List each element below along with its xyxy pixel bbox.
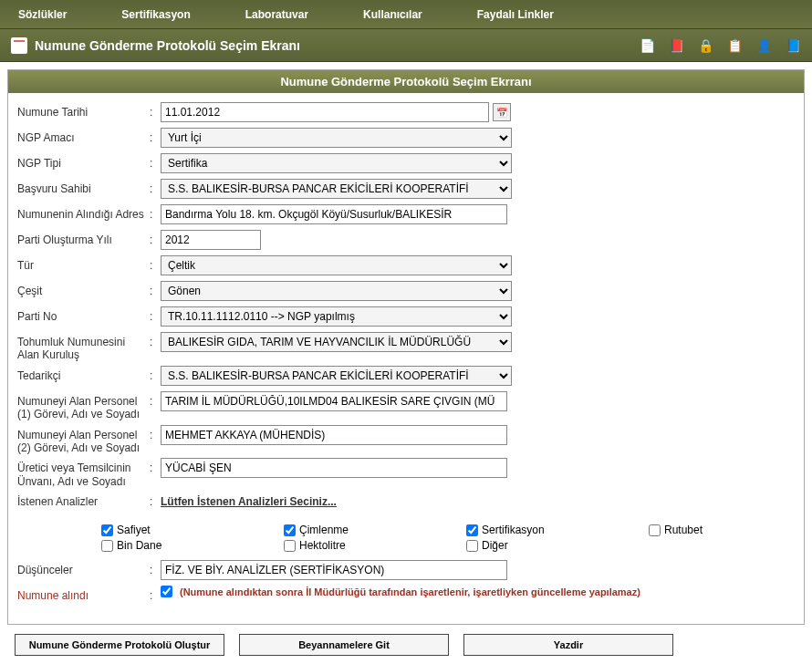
olustur-button[interactable]: Numune Gönderme Protokolü Oluştur bbox=[15, 634, 224, 656]
ngp-tipi-label: NGP Tipi bbox=[17, 153, 150, 170]
parti-no-select[interactable]: TR.10.11.1112.0110 --> NGP yapılmış bbox=[161, 306, 512, 327]
tohumluk-select[interactable]: BALIKESİR GIDA, TARIM VE HAYVANCILIK İL … bbox=[161, 332, 512, 352]
cesit-label: Çeşit bbox=[17, 281, 150, 297]
beyannamelere-button[interactable]: Beyannamelere Git bbox=[239, 634, 449, 656]
ngp-amaci-select[interactable]: Yurt İçi bbox=[161, 128, 512, 148]
numune-tarihi-label: Numune Tarihi bbox=[17, 102, 150, 119]
adres-input[interactable] bbox=[161, 204, 507, 224]
check-hektolitre[interactable]: Hektolitre bbox=[284, 539, 466, 552]
sertifikasyon-checkbox[interactable] bbox=[466, 524, 478, 536]
toolbar-icon-3[interactable]: 🔒 bbox=[697, 37, 713, 54]
parti-yili-label: Parti Oluşturma Yılı bbox=[17, 230, 150, 246]
check-cimlenme[interactable]: Çimlenme bbox=[284, 524, 466, 536]
toolbar-icon-4[interactable]: 📋 bbox=[726, 37, 743, 54]
check-sertifikasyon[interactable]: Sertifikasyon bbox=[466, 524, 649, 536]
adres-label: Numunenin Alındığı Adres bbox=[17, 204, 150, 221]
hektolitre-checkbox[interactable] bbox=[284, 540, 296, 552]
page-title: Numune Gönderme Protokolü Seçim Ekranı bbox=[35, 38, 300, 53]
bin-dane-checkbox[interactable] bbox=[101, 540, 113, 552]
istenen-analizler-link[interactable]: Lütfen İstenen Analizleri Seciniz... bbox=[161, 492, 337, 508]
header-toolbar: 📄 📕 🔒 📋 👤 📘 bbox=[639, 37, 801, 54]
personel1-input[interactable] bbox=[161, 391, 507, 411]
tedarikci-select[interactable]: S.S. BALIKESİR-BURSA PANCAR EKİCİLERİ KO… bbox=[161, 366, 512, 386]
numune-tarihi-input[interactable] bbox=[161, 102, 489, 122]
cimlenme-checkbox[interactable] bbox=[284, 524, 296, 536]
numune-alindi-checkbox[interactable] bbox=[161, 586, 172, 597]
nav-faydali-linkler[interactable]: Faydalı Linkler bbox=[477, 8, 554, 21]
diger-checkbox[interactable] bbox=[466, 540, 478, 552]
dusunceler-label: Düşünceler bbox=[17, 560, 150, 576]
dusunceler-input[interactable] bbox=[161, 560, 507, 580]
button-bar: Numune Gönderme Protokolü Oluştur Beyann… bbox=[7, 625, 805, 663]
toolbar-icon-5[interactable]: 👤 bbox=[755, 37, 772, 54]
tedarikci-label: Tedarikçi bbox=[17, 366, 150, 382]
basvuru-sahibi-select[interactable]: S.S. BALIKESİR-BURSA PANCAR EKİCİLERİ KO… bbox=[161, 179, 512, 199]
numune-alindi-label: Numune alındı bbox=[17, 586, 150, 602]
parti-yili-input[interactable] bbox=[161, 230, 261, 250]
uretici-label: Üretici veya Temsilcinin Ünvanı, Adı ve … bbox=[17, 458, 150, 488]
nav-sertifikasyon[interactable]: Sertifikasyon bbox=[121, 8, 190, 21]
ngp-amaci-label: NGP Amacı bbox=[17, 128, 150, 144]
personel1-label: Numuneyi Alan Personel (1) Görevi, Adı v… bbox=[17, 391, 150, 421]
toolbar-icon-2[interactable]: 📕 bbox=[668, 37, 684, 54]
tur-label: Tür bbox=[17, 255, 150, 272]
tohumluk-label: Tohumluk Numunesini Alan Kuruluş bbox=[17, 332, 150, 362]
check-diger[interactable]: Diğer bbox=[466, 539, 649, 552]
rutubet-checkbox[interactable] bbox=[649, 524, 661, 536]
check-bin-dane[interactable]: Bin Dane bbox=[101, 539, 284, 552]
top-nav: Sözlükler Sertifikasyon Laboratuvar Kull… bbox=[0, 0, 812, 29]
page-header: Numune Gönderme Protokolü Seçim Ekranı 📄… bbox=[0, 29, 812, 62]
istenen-label: İstenen Analizler bbox=[17, 492, 150, 508]
nav-sozlukler[interactable]: Sözlükler bbox=[18, 8, 67, 21]
personel2-input[interactable] bbox=[161, 425, 507, 445]
check-rutubet[interactable]: Rutubet bbox=[649, 524, 795, 536]
cesit-select[interactable]: Gönen bbox=[161, 281, 512, 301]
document-icon bbox=[11, 37, 27, 54]
nav-laboratuvar[interactable]: Laboratuvar bbox=[245, 8, 308, 21]
parti-no-label: Parti No bbox=[17, 306, 150, 323]
panel-title: Numune Gönderme Protokolü Seçim Ekrranı bbox=[8, 70, 804, 93]
uretici-input[interactable] bbox=[161, 458, 507, 478]
numune-alindi-note: (Numune alındıktan sonra İl Müdürlüğü ta… bbox=[180, 586, 640, 597]
ngp-tipi-select[interactable]: Sertifika bbox=[161, 153, 512, 173]
toolbar-icon-6[interactable]: 📘 bbox=[785, 37, 801, 54]
form-panel: Numune Gönderme Protokolü Seçim Ekrranı … bbox=[7, 69, 805, 625]
toolbar-icon-1[interactable]: 📄 bbox=[639, 37, 655, 54]
safiyet-checkbox[interactable] bbox=[101, 524, 113, 536]
personel2-label: Numuneyi Alan Personel (2) Görevi, Adı v… bbox=[17, 425, 150, 455]
check-safiyet[interactable]: Safiyet bbox=[101, 524, 284, 536]
basvuru-sahibi-label: Başvuru Sahibi bbox=[17, 179, 150, 195]
yazdir-button[interactable]: Yazdir bbox=[463, 634, 673, 656]
calendar-icon[interactable]: 📅 bbox=[493, 103, 511, 121]
tur-select[interactable]: Çeltik bbox=[161, 255, 512, 275]
nav-kullanicilar[interactable]: Kullanıcılar bbox=[363, 8, 422, 21]
